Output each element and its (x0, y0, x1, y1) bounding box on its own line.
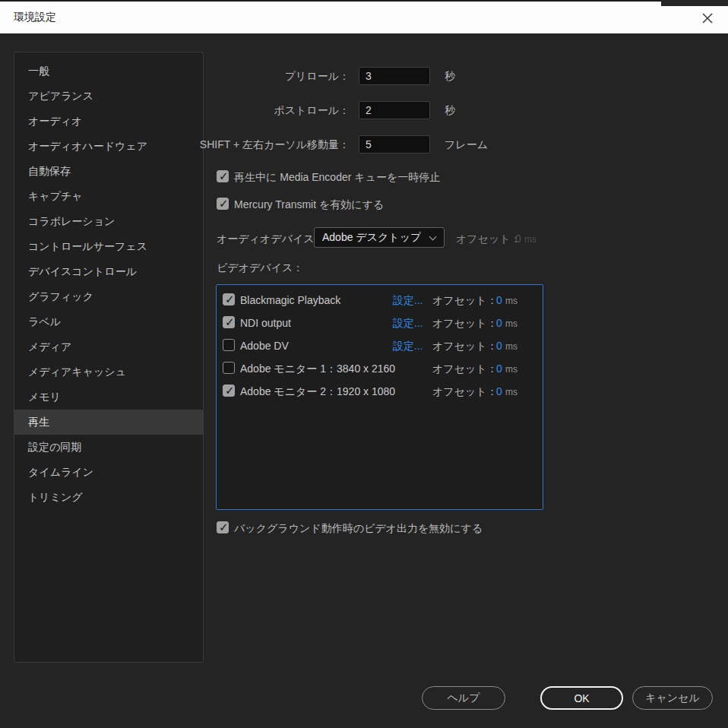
shift-move-unit: フレーム (445, 138, 488, 152)
audio-offset-value: 0 (515, 233, 521, 245)
sidebar-item-collaboration[interactable]: コラボレーション (14, 209, 203, 234)
pause-encoder-label: 再生中に Media Encoder キューを一時停止 (234, 171, 440, 185)
sidebar-item-media-cache[interactable]: メディアキャッシュ (14, 359, 203, 385)
device-name: Adobe モニター 1：3840 x 2160 (240, 362, 395, 376)
preroll-unit: 秒 (445, 70, 455, 84)
sidebar-item-control-surface[interactable]: コントロールサーフェス (14, 234, 203, 259)
audio-offset-label: オフセット： (456, 233, 521, 246)
close-button[interactable] (695, 8, 720, 29)
postroll-unit: 秒 (445, 104, 455, 118)
audio-device-selected: Adobe デスクトップオ... (322, 231, 421, 245)
device-checkbox[interactable] (223, 385, 235, 397)
sidebar-item-trim[interactable]: トリミング (14, 485, 203, 510)
device-settings-link[interactable]: 設定... (393, 317, 423, 331)
sidebar-item-graphics[interactable]: グラフィック (14, 284, 203, 309)
device-offset-label: オフセット： (432, 362, 498, 376)
ok-button[interactable]: OK (540, 686, 623, 710)
cancel-button[interactable]: キャンセル (632, 686, 713, 710)
device-offset-label: オフセット： (432, 317, 498, 331)
device-checkbox[interactable] (223, 293, 235, 305)
device-offset-unit: ms (505, 341, 518, 352)
background-output-label: バックグラウンド動作時のビデオ出力を無効にする (234, 522, 483, 536)
device-offset-unit: ms (505, 296, 518, 306)
device-name: NDI output (240, 317, 291, 329)
sidebar-item-memory[interactable]: メモリ (14, 385, 203, 410)
sidebar-item-playback[interactable]: 再生 (14, 410, 203, 435)
sidebar-item-media[interactable]: メディア (14, 334, 203, 359)
pause-encoder-checkbox[interactable] (217, 170, 229, 182)
device-checkbox[interactable] (223, 316, 235, 328)
device-checkbox[interactable] (223, 339, 235, 351)
video-device-list: Blackmagic Playback 設定... オフセット： 0 ms ND… (216, 284, 543, 510)
help-button[interactable]: ヘルプ (422, 686, 505, 710)
close-icon (702, 13, 713, 24)
video-device-row: Adobe モニター 2：1920 x 1080 オフセット： 0 ms (217, 381, 543, 404)
sidebar-item-capture[interactable]: キャプチャ (14, 184, 203, 209)
device-name: Blackmagic Playback (240, 294, 340, 306)
device-offset-value[interactable]: 0 (496, 317, 502, 329)
shift-move-input[interactable] (359, 135, 430, 154)
device-offset-label: オフセット： (432, 340, 498, 353)
postroll-label: ポストロール： (122, 104, 350, 118)
device-offset-label: オフセット： (432, 294, 498, 308)
sidebar-item-auto-save[interactable]: 自動保存 (14, 159, 203, 184)
device-settings-link[interactable]: 設定... (393, 294, 423, 308)
mercury-transmit-checkbox[interactable] (217, 198, 229, 210)
mercury-transmit-label: Mercury Transmit を有効にする (234, 198, 384, 212)
audio-device-dropdown[interactable]: Adobe デスクトップオ... (314, 227, 445, 248)
device-name: Adobe DV (240, 340, 289, 352)
device-name: Adobe モニター 2：1920 x 1080 (240, 385, 395, 399)
device-checkbox[interactable] (223, 362, 235, 374)
sidebar-item-timeline[interactable]: タイムライン (14, 460, 203, 485)
preroll-input[interactable] (359, 67, 430, 85)
chevron-down-icon (429, 233, 437, 241)
video-device-row: Blackmagic Playback 設定... オフセット： 0 ms (217, 290, 543, 312)
device-offset-unit: ms (505, 387, 518, 397)
device-offset-value[interactable]: 0 (496, 294, 502, 306)
video-device-row: NDI output 設定... オフセット： 0 ms (217, 312, 543, 335)
dialog-title: 環境設定 (14, 11, 56, 24)
video-device-row: Adobe モニター 1：3840 x 2160 オフセット： 0 ms (217, 358, 543, 381)
video-device-row: Adobe DV 設定... オフセット： 0 ms (217, 335, 543, 358)
device-offset-value[interactable]: 0 (496, 362, 502, 375)
device-offset-value[interactable]: 0 (496, 385, 502, 397)
device-offset-value[interactable]: 0 (496, 340, 502, 352)
audio-device-label: オーディオデバイス： (217, 233, 325, 246)
device-offset-unit: ms (505, 318, 518, 329)
postroll-input[interactable] (359, 101, 430, 119)
corner-notch (661, 0, 728, 6)
device-offset-label: オフセット： (432, 385, 498, 399)
background-output-checkbox[interactable] (217, 521, 229, 533)
audio-offset-unit: ms (524, 234, 537, 245)
device-settings-link[interactable]: 設定... (393, 340, 423, 353)
sidebar-item-device-control[interactable]: デバイスコントロール (14, 259, 203, 284)
video-device-label: ビデオデバイス： (217, 261, 303, 275)
shift-move-label: SHIFT + 左右カーソル移動量： (122, 138, 350, 152)
title-bar: 環境設定 (0, 0, 728, 33)
device-offset-unit: ms (505, 364, 518, 375)
preferences-dialog: 環境設定 一般 アピアランス オーディオ オーディオハードウェア 自動保存 キャ… (0, 0, 728, 728)
sidebar-item-labels[interactable]: ラベル (14, 309, 203, 334)
sidebar-item-sync-settings[interactable]: 設定の同期 (14, 435, 203, 460)
preroll-label: プリロール： (122, 70, 350, 84)
